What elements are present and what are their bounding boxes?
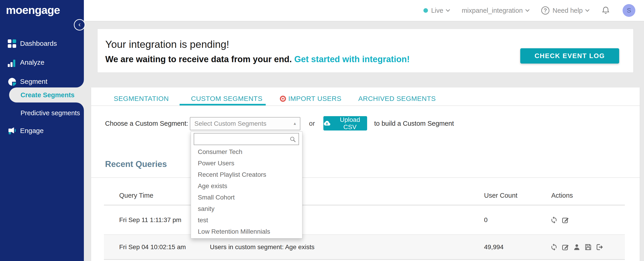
sidebar-collapse-button[interactable]: ‹ — [74, 19, 85, 30]
query-cell: Users in custom segment: Age exists — [210, 244, 314, 251]
dropdown-search — [194, 133, 299, 145]
recent-queries-title: Recent Queries — [105, 159, 167, 169]
sidebar: moengage ‹ Dashboards Analyze Segment — [0, 0, 84, 261]
recent-queries-divider — [91, 177, 640, 178]
bar-chart-icon — [8, 58, 17, 67]
custom-segment-dropdown: Consumer Tech Power Users Recent Playlis… — [191, 131, 302, 239]
chevron-down-icon — [446, 7, 450, 12]
search-icon — [290, 136, 296, 143]
need-help-label: Need help — [552, 7, 583, 14]
workspace-label: mixpanel_integration — [462, 7, 523, 14]
dropdown-option[interactable]: Power Users — [191, 158, 302, 169]
record-dot-icon — [280, 96, 286, 102]
live-status-dot-icon — [424, 8, 428, 13]
dashboard-grid-icon — [8, 39, 17, 48]
upload-csv-button[interactable]: Upload CSV — [323, 116, 367, 130]
table-row: Fri Sep 11 1:11:37 pm 0 — [104, 206, 625, 234]
need-help-dropdown[interactable]: ? Need help — [541, 6, 589, 14]
tab-segmentation[interactable]: SEGMENTATION — [114, 94, 169, 103]
search-input[interactable] — [194, 133, 298, 145]
tab-label: CUSTOM SEGMENTS — [191, 95, 262, 102]
sidebar-item-engage[interactable]: Engage — [0, 125, 84, 136]
environment-dropdown[interactable]: Live — [424, 7, 450, 14]
column-header-actions: Actions — [551, 192, 573, 199]
tab-import-users[interactable]: IMPORT USERS — [280, 94, 341, 103]
sidebar-item-label: Engage — [20, 127, 44, 135]
or-text: or — [309, 120, 315, 127]
edit-icon[interactable] — [562, 216, 569, 224]
cloud-upload-icon — [323, 120, 330, 127]
build-segment-suffix-text: to build a Custom Segment — [374, 120, 454, 127]
table-row: Fri Sep 04 10:02:15 am Users in custom s… — [104, 235, 625, 259]
notifications-bell-icon[interactable] — [601, 6, 610, 15]
query-time-cell: Fri Sep 11 1:11:37 pm — [119, 216, 182, 224]
tab-custom-segments[interactable]: CUSTOM SEGMENTS — [191, 94, 262, 103]
chevron-down-icon — [525, 7, 529, 12]
upload-csv-label: Upload CSV — [333, 116, 367, 131]
sidebar-item-predictive-segments[interactable]: Predictive segments — [0, 108, 84, 118]
integration-pending-banner: Your integration is pending! We are wait… — [97, 29, 634, 73]
sidebar-subitem-label: Predictive segments — [20, 109, 80, 117]
sidebar-item-segment[interactable]: Segment — [0, 76, 84, 87]
environment-label: Live — [431, 7, 443, 14]
user-count-cell: 49,994 — [484, 244, 504, 251]
avatar-initial: S — [627, 7, 631, 14]
row-actions — [550, 243, 604, 251]
dropdown-option[interactable]: Age exists — [191, 180, 302, 192]
get-started-link[interactable]: Get started with integration! — [294, 54, 410, 64]
sidebar-item-label: Dashboards — [20, 40, 57, 47]
tab-archived-segments[interactable]: ARCHIVED SEGMENTS — [358, 94, 436, 103]
column-header-user-count: User Count — [484, 192, 518, 199]
dropdown-option[interactable]: sanity — [191, 203, 302, 215]
megaphone-icon — [8, 126, 17, 135]
dropdown-option[interactable]: Recent Playlist Creators — [191, 169, 302, 180]
sidebar-subitem-label: Create Segments — [20, 91, 74, 99]
sidebar-item-analyze[interactable]: Analyze — [0, 57, 84, 68]
row-actions — [550, 216, 569, 224]
workspace-dropdown[interactable]: mixpanel_integration — [462, 7, 529, 14]
table-bottom-divider — [104, 259, 625, 260]
column-header-query-time: Query Time — [119, 192, 153, 199]
export-icon[interactable] — [596, 243, 604, 251]
chevron-left-icon: ‹ — [78, 21, 81, 28]
dropdown-options: Consumer Tech Power Users Recent Playlis… — [191, 146, 302, 237]
dropdown-option[interactable]: Small Cohort — [191, 192, 302, 203]
sidebar-item-dashboards[interactable]: Dashboards — [0, 38, 84, 49]
choose-segment-label: Choose a Custom Segment: — [105, 120, 188, 127]
custom-segment-select[interactable]: Select Custom Segments ▲ — [190, 117, 300, 130]
tab-label: SEGMENTATION — [114, 95, 169, 102]
caret-up-icon: ▲ — [293, 121, 297, 126]
banner-subtitle: We are waiting to receive data from your… — [105, 54, 410, 64]
user-count-cell: 0 — [484, 216, 488, 224]
app-root: moengage ‹ Dashboards Analyze Segment — [0, 0, 644, 261]
tabs-divider — [91, 105, 640, 106]
dropdown-option[interactable]: test — [191, 215, 302, 226]
topbar: Live mixpanel_integration ? Need help S — [84, 0, 644, 21]
edit-icon[interactable] — [562, 243, 569, 251]
help-icon: ? — [541, 6, 550, 14]
pie-chart-icon — [8, 77, 17, 86]
sidebar-notch-top — [76, 80, 84, 87]
query-time-cell: Fri Sep 04 10:02:15 am — [119, 244, 186, 251]
sidebar-item-label: Segment — [20, 78, 48, 85]
tab-label: IMPORT USERS — [288, 95, 341, 102]
chevron-down-icon — [585, 7, 589, 12]
user-avatar[interactable]: S — [622, 4, 635, 17]
save-icon[interactable] — [584, 243, 592, 251]
user-icon[interactable] — [573, 243, 581, 251]
refresh-icon[interactable] — [550, 216, 558, 224]
moengage-logo: moengage — [6, 4, 60, 16]
dropdown-option[interactable]: Consumer Tech — [191, 146, 302, 158]
banner-title: Your integration is pending! — [105, 38, 229, 50]
select-value: Select Custom Segments — [194, 120, 266, 127]
dropdown-option[interactable]: Low Retention Millennials — [191, 226, 302, 237]
sidebar-item-create-segments[interactable]: Create Segments — [9, 87, 84, 102]
tab-label: ARCHIVED SEGMENTS — [358, 95, 436, 102]
check-event-log-button[interactable]: CHECK EVENT LOG — [520, 48, 619, 63]
refresh-icon[interactable] — [550, 243, 558, 251]
sidebar-item-label: Analyze — [20, 58, 44, 66]
segments-card: SEGMENTATION CUSTOM SEGMENTS IMPORT USER… — [91, 87, 640, 261]
